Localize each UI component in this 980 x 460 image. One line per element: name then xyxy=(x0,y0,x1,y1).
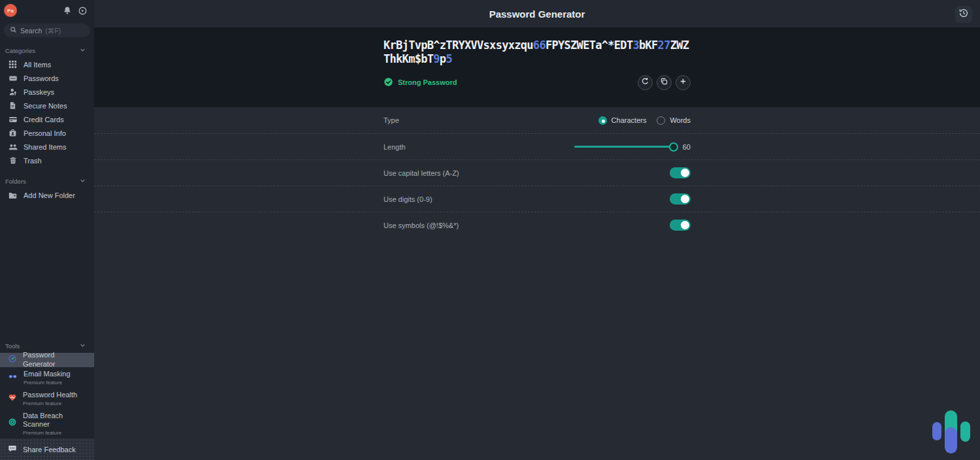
sidebar-item-shared-items[interactable]: Shared Items xyxy=(0,140,94,154)
sidebar-item-add-new-folder[interactable]: Add New Folder xyxy=(0,188,94,202)
strength-label: Strong Password xyxy=(398,78,457,86)
chevron-down-icon xyxy=(79,342,86,350)
premium-feature-badge: Premium feature xyxy=(23,430,86,436)
copy-icon xyxy=(660,76,668,88)
password-actions xyxy=(638,75,691,90)
categories-header[interactable]: Categories xyxy=(0,44,94,58)
copy-button[interactable] xyxy=(657,75,672,90)
shield-check-icon xyxy=(384,77,393,88)
sidebar-item-passwords[interactable]: Passwords xyxy=(0,71,94,85)
sidebar-item-secure-notes[interactable]: Secure Notes xyxy=(0,99,94,112)
notifications-bell-icon[interactable] xyxy=(63,6,72,15)
sidebar: Pa Search (⌘F) Categories All Item xyxy=(0,0,94,460)
sidebar-item-password-health[interactable]: Password Health Premium feature xyxy=(0,388,94,409)
refresh-icon xyxy=(641,76,649,88)
id-badge-icon xyxy=(8,129,18,137)
length-value: 60 xyxy=(683,143,691,151)
radio-selected-icon xyxy=(598,116,607,125)
sidebar-item-passkeys[interactable]: Passkeys xyxy=(0,85,94,99)
sidebar-item-credit-cards[interactable]: Credit Cards xyxy=(0,112,94,126)
chevron-down-icon xyxy=(79,46,86,55)
premium-feature-badge: Premium feature xyxy=(24,380,71,386)
brand-logo xyxy=(932,410,970,453)
app-window: Pa Search (⌘F) Categories All Item xyxy=(0,0,980,460)
generated-password[interactable]: KrBjTvpB^zTRYXVVsxsyxzqu66FPYSZWETa^*EDT… xyxy=(384,39,691,67)
history-icon xyxy=(958,8,969,21)
symbols-row: Use symbols (@!$%&*) xyxy=(94,212,980,238)
gauge-icon xyxy=(8,354,17,366)
sidebar-item-password-generator[interactable]: Password Generator xyxy=(0,353,94,367)
people-icon xyxy=(8,142,18,152)
folder-plus-icon xyxy=(8,191,18,200)
radar-icon xyxy=(8,418,17,429)
length-label: Length xyxy=(384,143,406,151)
sidebar-top-bar: Pa xyxy=(0,0,94,20)
page-title: Password Generator xyxy=(489,8,585,20)
password-card-icon xyxy=(8,74,18,83)
sidebar-item-email-masking[interactable]: Email Masking Premium feature xyxy=(0,367,94,388)
type-label: Type xyxy=(384,116,399,124)
heart-pulse-icon xyxy=(8,393,17,404)
radio-unselected-icon xyxy=(657,116,665,125)
digits-toggle[interactable] xyxy=(670,193,691,205)
capital-letters-row: Use capital letters (A-Z) xyxy=(94,159,980,186)
search-input[interactable]: Search (⌘F) xyxy=(4,24,90,37)
sidebar-item-all-items[interactable]: All Items xyxy=(0,58,94,71)
main-header: Password Generator xyxy=(94,0,980,27)
sidebar-top-icons xyxy=(63,6,88,16)
mask-icon xyxy=(8,372,18,384)
grid-icon xyxy=(8,60,18,69)
type-radio-group: Characters Words xyxy=(598,116,691,125)
password-panel: KrBjTvpB^zTRYXVVsxsyxzqu66FPYSZWETa^*EDT… xyxy=(94,27,980,107)
capital-letters-toggle[interactable] xyxy=(670,167,691,178)
chat-bubble-icon xyxy=(8,444,17,454)
credit-card-icon xyxy=(8,115,18,124)
digits-row: Use digits (0-9) xyxy=(94,186,980,212)
premium-feature-badge: Premium feature xyxy=(23,401,77,406)
avatar[interactable]: Pa xyxy=(4,4,17,17)
note-icon xyxy=(8,101,18,110)
settings-icon[interactable] xyxy=(78,6,88,16)
sidebar-item-data-breach-scanner[interactable]: Data Breach Scanner Premium feature xyxy=(0,409,94,439)
history-button[interactable] xyxy=(955,6,972,23)
length-row: Length 60 xyxy=(94,133,980,159)
share-feedback-button[interactable]: Share Feedback xyxy=(0,438,94,460)
length-slider[interactable] xyxy=(574,146,676,148)
add-button[interactable] xyxy=(676,75,691,90)
password-strength-badge: Strong Password xyxy=(384,77,457,88)
sidebar-item-personal-info[interactable]: Personal Info xyxy=(0,126,94,140)
plus-icon xyxy=(679,76,687,88)
generator-options: Type Characters Words Len xyxy=(94,107,980,238)
regenerate-button[interactable] xyxy=(638,75,653,90)
chevron-down-icon xyxy=(79,177,86,186)
passkey-icon xyxy=(8,88,18,97)
sidebar-item-trash[interactable]: Trash xyxy=(0,154,94,167)
search-shortcut: (⌘F) xyxy=(45,27,61,35)
slider-thumb[interactable] xyxy=(669,142,678,152)
search-icon xyxy=(10,26,17,35)
search-placeholder: Search xyxy=(20,27,42,35)
folders-header[interactable]: Folders xyxy=(0,174,94,188)
radio-words[interactable]: Words xyxy=(657,116,691,125)
symbols-toggle[interactable] xyxy=(670,220,691,231)
trash-icon xyxy=(8,156,18,165)
sidebar-spacer xyxy=(0,202,94,339)
radio-characters[interactable]: Characters xyxy=(598,116,647,125)
type-row: Type Characters Words xyxy=(94,107,980,133)
main-content: Password Generator KrBjTvpB^zTRYXVVsxsyx… xyxy=(94,0,980,460)
